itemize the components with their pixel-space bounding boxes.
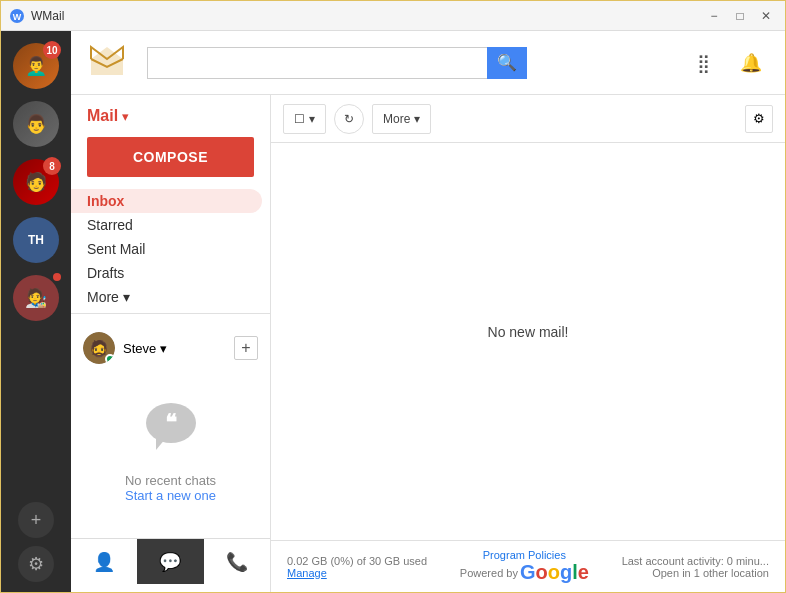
program-policies-link[interactable]: Program Policies bbox=[483, 549, 566, 561]
online-status-dot bbox=[105, 354, 115, 364]
refresh-icon: ↻ bbox=[344, 112, 354, 126]
svg-text:W: W bbox=[13, 12, 22, 22]
gear-icon: ⚙ bbox=[28, 553, 44, 575]
no-mail-message: No new mail! bbox=[488, 324, 569, 340]
nav-inbox[interactable]: Inbox bbox=[71, 189, 262, 213]
more-dropdown-arrow: ▾ bbox=[414, 112, 420, 126]
chat-tab[interactable]: 💬 bbox=[137, 539, 203, 584]
refresh-button[interactable]: ↻ bbox=[334, 104, 364, 134]
checkbox-icon: ☐ bbox=[294, 112, 305, 126]
nav-sent[interactable]: Sent Mail bbox=[71, 237, 262, 261]
gmail-main: ☐ ▾ ↻ More ▾ ⚙ bbox=[271, 95, 785, 592]
more-arrow-icon: ▾ bbox=[123, 289, 130, 305]
bottom-tabs: 👤 💬 📞 bbox=[71, 538, 270, 584]
search-button[interactable]: 🔍 bbox=[487, 47, 527, 79]
bell-icon: 🔔 bbox=[740, 52, 762, 74]
more-actions-button[interactable]: More ▾ bbox=[372, 104, 431, 134]
status-dot-5 bbox=[53, 273, 61, 281]
select-dropdown-arrow: ▾ bbox=[309, 112, 315, 126]
search-icon: 🔍 bbox=[497, 53, 517, 72]
account-avatar-2[interactable]: 👨 bbox=[13, 101, 59, 147]
chat-avatar-steve: 🧔 bbox=[83, 332, 115, 364]
gmail-body: Mail ▾ COMPOSE Inbox Starred Sent Mail D… bbox=[71, 95, 785, 592]
add-icon: + bbox=[241, 339, 250, 357]
chat-empty-state: ❝ No recent chats Start a new one bbox=[71, 370, 270, 530]
manage-link[interactable]: Manage bbox=[287, 567, 327, 579]
add-account-button[interactable]: + bbox=[18, 502, 54, 538]
select-all-button[interactable]: ☐ ▾ bbox=[283, 104, 326, 134]
close-button[interactable]: ✕ bbox=[755, 7, 777, 25]
gmail-toolbar: ☐ ▾ ↻ More ▾ ⚙ bbox=[271, 95, 785, 143]
chat-section: 🧔 Steve ▾ + bbox=[71, 318, 270, 538]
sidebar-settings-button[interactable]: ⚙ bbox=[18, 546, 54, 582]
account-avatar-4[interactable]: TH bbox=[13, 217, 59, 263]
search-bar: 🔍 bbox=[147, 47, 527, 79]
nav-drafts[interactable]: Drafts bbox=[71, 261, 262, 285]
minimize-button[interactable]: − bbox=[703, 7, 725, 25]
sidebar-bottom: + ⚙ bbox=[18, 502, 54, 592]
powered-by: Program Policies Powered by Google bbox=[460, 549, 589, 584]
contacts-tab[interactable]: 👤 bbox=[71, 539, 137, 584]
badge-3: 8 bbox=[43, 157, 61, 175]
apps-grid-button[interactable]: ⣿ bbox=[685, 45, 721, 81]
add-chat-button[interactable]: + bbox=[234, 336, 258, 360]
compose-button[interactable]: COMPOSE bbox=[87, 137, 254, 177]
start-new-chat-link[interactable]: Start a new one bbox=[125, 488, 216, 503]
chat-username: Steve ▾ bbox=[123, 341, 226, 356]
mail-label: Mail bbox=[87, 107, 118, 125]
svg-marker-4 bbox=[156, 438, 166, 450]
nav-starred[interactable]: Starred bbox=[71, 213, 262, 237]
title-bar: W WMail − □ ✕ bbox=[1, 1, 785, 31]
chat-bubble-container: ❝ bbox=[141, 398, 201, 461]
mail-section-header[interactable]: Mail ▾ bbox=[71, 103, 270, 133]
badge-1: 10 bbox=[43, 41, 61, 59]
window-controls: − □ ✕ bbox=[703, 7, 777, 25]
gmail-footer: 0.02 GB (0%) of 30 GB used Manage Progra… bbox=[271, 540, 785, 592]
nav-more[interactable]: More ▾ bbox=[71, 285, 262, 309]
svg-text:❝: ❝ bbox=[165, 410, 177, 435]
phone-icon: 📞 bbox=[226, 551, 248, 573]
phone-tab[interactable]: 📞 bbox=[204, 539, 270, 584]
account-sidebar: 👨‍🦱 10 👨 🧑 8 TH 🧑‍🎨 bbox=[1, 31, 71, 592]
account-activity: Last account activity: 0 minu... Open in… bbox=[622, 555, 769, 579]
powered-by-text: Powered by bbox=[460, 567, 518, 579]
app-window: W WMail − □ ✕ 👨‍🦱 10 👨 🧑 8 bbox=[0, 0, 786, 593]
mail-dropdown-arrow: ▾ bbox=[122, 109, 129, 124]
window-title: WMail bbox=[31, 9, 703, 23]
settings-button[interactable]: ⚙ bbox=[745, 105, 773, 133]
search-input[interactable] bbox=[147, 47, 487, 79]
account-avatar-5[interactable]: 🧑‍🎨 bbox=[13, 275, 59, 321]
header-icons: ⣿ 🔔 bbox=[685, 45, 769, 81]
app-icon: W bbox=[9, 8, 25, 24]
main-layout: 👨‍🦱 10 👨 🧑 8 TH 🧑‍🎨 bbox=[1, 31, 785, 592]
account-avatar-1[interactable]: 👨‍🦱 10 bbox=[13, 43, 59, 89]
apps-grid-icon: ⣿ bbox=[697, 52, 710, 74]
chat-icon: 💬 bbox=[159, 551, 181, 573]
google-logo: Google bbox=[520, 561, 589, 584]
gmail-panel: 🔍 ⣿ 🔔 Mail ▾ bbox=[71, 31, 785, 592]
notifications-button[interactable]: 🔔 bbox=[733, 45, 769, 81]
gmail-header: 🔍 ⣿ 🔔 bbox=[71, 31, 785, 95]
chat-dropdown-icon: ▾ bbox=[160, 341, 167, 356]
contacts-icon: 👤 bbox=[93, 551, 115, 573]
gmail-nav: Mail ▾ COMPOSE Inbox Starred Sent Mail D… bbox=[71, 95, 271, 592]
settings-icon: ⚙ bbox=[753, 111, 765, 126]
chat-bubble-icon: ❝ bbox=[141, 398, 201, 458]
gmail-logo bbox=[87, 39, 127, 86]
maximize-button[interactable]: □ bbox=[729, 7, 751, 25]
gmail-content: No new mail! bbox=[271, 143, 785, 540]
plus-icon: + bbox=[31, 510, 42, 531]
nav-divider bbox=[71, 313, 270, 314]
storage-info: 0.02 GB (0%) of 30 GB used Manage bbox=[287, 555, 427, 579]
no-chats-label: No recent chats bbox=[125, 473, 216, 488]
chat-user-row[interactable]: 🧔 Steve ▾ + bbox=[71, 326, 270, 370]
account-avatar-3[interactable]: 🧑 8 bbox=[13, 159, 59, 205]
